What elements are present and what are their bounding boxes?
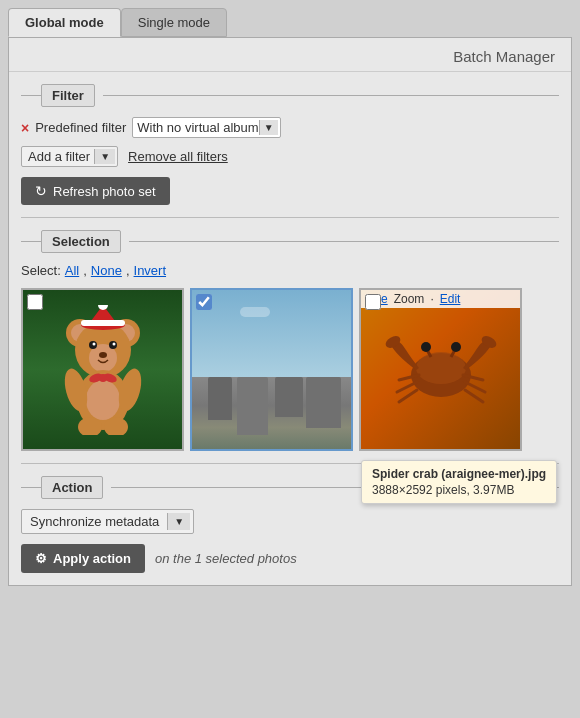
svg-rect-20: [81, 320, 125, 326]
filter-section-header: Filter: [21, 84, 559, 107]
selection-section-title: Selection: [41, 230, 121, 253]
photo-image-rocks[interactable]: [192, 290, 351, 449]
predefined-filter-arrow-icon[interactable]: ▼: [259, 120, 278, 135]
selection-section: Selection Select: All , None , Invert: [21, 230, 559, 451]
tooltip-filename: Spider crab (araignee-mer).jpg: [372, 467, 546, 481]
add-filter-select[interactable]: Add a filter ▼: [21, 146, 118, 167]
photo-checkbox-teddy[interactable]: [27, 294, 43, 310]
apply-row: ⚙ Apply action on the 1 selected photos: [21, 544, 559, 573]
refresh-btn-label: Refresh photo set: [53, 184, 156, 199]
edit-link[interactable]: Edit: [440, 292, 461, 306]
tab-bar: Global mode Single mode: [0, 0, 580, 37]
separator: ·: [430, 292, 433, 306]
photo-item-teddy: [21, 288, 184, 451]
svg-line-34: [399, 390, 417, 402]
action-section-title: Action: [41, 476, 103, 499]
tab-single-mode[interactable]: Single mode: [121, 8, 227, 37]
teddy-bear-svg: [58, 305, 148, 435]
photos-grid: true Zoom · Edit: [21, 288, 559, 451]
remove-predefined-filter-icon[interactable]: ×: [21, 120, 29, 136]
svg-point-9: [112, 342, 115, 345]
select-links-row: Select: All , None , Invert: [21, 263, 559, 278]
refresh-photo-set-button[interactable]: ↻ Refresh photo set: [21, 177, 170, 205]
select-label: Select:: [21, 263, 61, 278]
comma2: ,: [126, 263, 130, 278]
svg-point-27: [421, 342, 431, 352]
svg-point-29: [451, 342, 461, 352]
svg-line-37: [465, 390, 483, 402]
select-none-link[interactable]: None: [91, 263, 122, 278]
photo-image-crab[interactable]: [361, 290, 520, 449]
selection-section-header: Selection: [21, 230, 559, 253]
photo-checkbox-crab[interactable]: [365, 294, 381, 310]
photo-tooltip: Spider crab (araignee-mer).jpg 3888×2592…: [361, 460, 557, 504]
refresh-icon: ↻: [35, 183, 47, 199]
filter-section-title: Filter: [41, 84, 95, 107]
svg-point-10: [99, 352, 107, 358]
predefined-filter-label: Predefined filter: [35, 120, 126, 135]
action-select-arrow-icon[interactable]: ▼: [167, 513, 190, 530]
svg-point-8: [92, 342, 95, 345]
photo-item-rocks: [190, 288, 353, 451]
crab-svg: [381, 320, 501, 420]
photo-checkbox-rocks[interactable]: [196, 294, 212, 310]
tab-global-mode[interactable]: Global mode: [8, 8, 121, 37]
page-title: Batch Manager: [9, 38, 571, 72]
zoom-label: Zoom: [394, 292, 425, 306]
remove-all-filters-link[interactable]: Remove all filters: [128, 149, 228, 164]
predefined-filter-row: × Predefined filter With no virtual albu…: [21, 117, 559, 138]
add-filter-row: Add a filter ▼ Remove all filters: [21, 146, 559, 167]
apply-info-text: on the 1 selected photos: [155, 551, 297, 566]
filter-section: Filter × Predefined filter With no virtu…: [21, 84, 559, 205]
add-filter-arrow-icon[interactable]: ▼: [94, 149, 115, 164]
photo-image-teddy[interactable]: [23, 290, 182, 449]
apply-btn-label: Apply action: [53, 551, 131, 566]
photo-item-crab: true Zoom · Edit: [359, 288, 522, 451]
main-panel: Batch Manager Filter × Predefined filter…: [8, 37, 572, 586]
select-all-link[interactable]: All: [65, 263, 79, 278]
svg-point-19: [98, 305, 108, 310]
action-select-row: Synchronize metadata ▼: [21, 509, 559, 534]
apply-gear-icon: ⚙: [35, 551, 47, 566]
add-filter-label: Add a filter: [28, 149, 90, 164]
svg-point-12: [86, 380, 120, 420]
comma1: ,: [83, 263, 87, 278]
svg-point-23: [99, 374, 107, 382]
apply-action-button[interactable]: ⚙ Apply action: [21, 544, 145, 573]
predefined-filter-value: With no virtual album: [137, 120, 258, 135]
section-divider-1: [21, 217, 559, 218]
tooltip-dimensions: 3888×2592 pixels, 3.97MB: [372, 483, 546, 497]
action-select[interactable]: Synchronize metadata ▼: [21, 509, 194, 534]
svg-point-25: [416, 352, 466, 384]
predefined-filter-select[interactable]: With no virtual album ▼: [132, 117, 280, 138]
zoom-edit-bar: true Zoom · Edit: [361, 290, 520, 308]
select-invert-link[interactable]: Invert: [134, 263, 167, 278]
action-select-value: Synchronize metadata: [30, 514, 159, 529]
